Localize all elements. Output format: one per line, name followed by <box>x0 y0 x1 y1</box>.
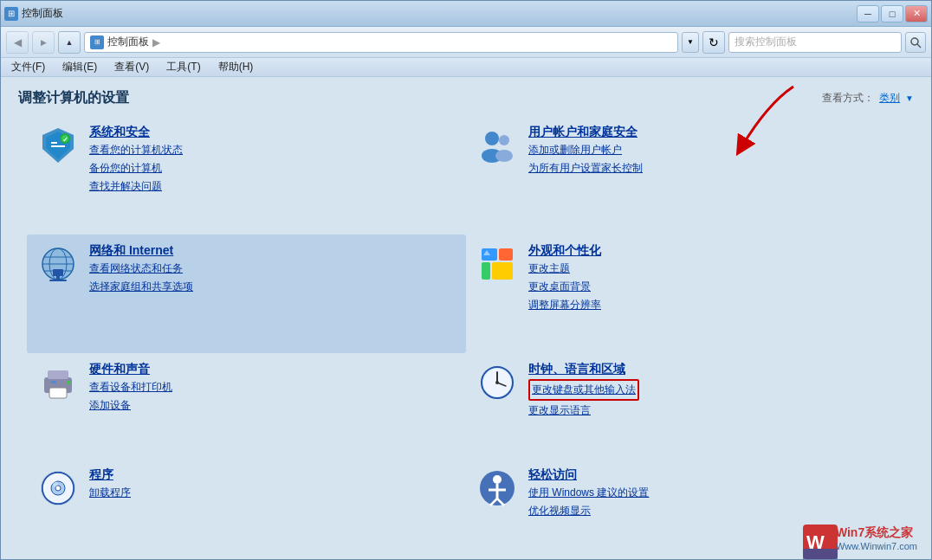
cp-item-system-security[interactable]: ✓ 系统和安全 查看您的计算机状态 备份您的计算机 查找并解决问题 <box>27 116 466 235</box>
window-icon: ⊞ <box>4 7 18 21</box>
svg-point-45 <box>493 475 502 484</box>
cp-item-network-internet[interactable]: 网络和 Internet 查看网络状态和任务 选择家庭组和共享选项 <box>27 235 466 353</box>
watermark-logo: W <box>803 525 831 552</box>
svg-point-36 <box>495 381 499 384</box>
watermark: W Win7系统之家 Www.Winwin7.com <box>803 525 917 552</box>
svg-line-1 <box>917 44 921 48</box>
cp-item-appearance[interactable]: 外观和个性化 更改主题 更改桌面背景 调整屏幕分辨率 <box>466 235 905 353</box>
view-options: 查看方式： 类别 ▼ <box>822 91 914 106</box>
watermark-text: Win7系统之家 Www.Winwin7.com <box>836 525 917 551</box>
close-button[interactable]: ✕ <box>905 5 928 23</box>
forward-button[interactable]: ▶ <box>32 31 55 54</box>
refresh-button[interactable]: ↻ <box>702 31 725 54</box>
address-box[interactable]: ⊞ 控制面板 ▶ <box>84 32 678 53</box>
address-separator: ▶ <box>152 36 160 48</box>
programs-title[interactable]: 程序 <box>89 467 131 483</box>
svg-rect-30 <box>51 381 56 383</box>
title-controls: ─ □ ✕ <box>857 5 928 23</box>
network-internet-title[interactable]: 网络和 Internet <box>89 243 193 259</box>
hardware-sound-text: 硬件和声音 查看设备和打印机 添加设备 <box>89 362 172 414</box>
system-security-link-2[interactable]: 备份您的计算机 <box>89 160 183 177</box>
title-bar: ⊞ 控制面板 ─ □ ✕ <box>1 1 931 27</box>
window-title: 控制面板 <box>22 6 63 21</box>
menu-edit[interactable]: 编辑(E) <box>59 58 100 76</box>
svg-rect-52 <box>803 549 838 559</box>
ease-access-title[interactable]: 轻松访问 <box>528 467 649 483</box>
hardware-icon <box>37 362 79 403</box>
clock-language-link-1[interactable]: 更改键盘或其他输入法 <box>528 379 639 401</box>
ease-access-link-2[interactable]: 优化视频显示 <box>528 503 649 519</box>
watermark-line2: Www.Winwin7.com <box>836 541 917 551</box>
main-content: 调整计算机的设置 查看方式： 类别 ▼ <box>1 77 931 559</box>
search-icon <box>909 36 922 48</box>
clock-icon <box>476 362 518 403</box>
menu-tools[interactable]: 工具(T) <box>163 58 204 76</box>
control-panel-grid: ✓ 系统和安全 查看您的计算机状态 备份您的计算机 查找并解决问题 <box>1 116 931 559</box>
network-internet-link-1[interactable]: 查看网络状态和任务 <box>89 261 193 277</box>
cp-item-clock-language[interactable]: 时钟、语言和区域 更改键盘或其他输入法 更改显示语言 <box>466 353 905 459</box>
system-security-link-1[interactable]: 查看您的计算机状态 <box>89 142 183 158</box>
svg-rect-5 <box>51 145 65 147</box>
shield-icon: ✓ <box>37 125 79 166</box>
globe-icon <box>37 243 79 285</box>
address-bar: ◀ ▶ ▲ ⊞ 控制面板 ▶ ▼ ↻ 搜索控制面板 <box>1 27 931 58</box>
title-bar-left: ⊞ 控制面板 <box>4 6 63 21</box>
appearance-link-2[interactable]: 更改桌面背景 <box>528 279 601 295</box>
address-dropdown[interactable]: ▼ <box>682 32 699 53</box>
svg-point-9 <box>485 132 499 145</box>
appearance-title[interactable]: 外观和个性化 <box>528 243 601 259</box>
up-button[interactable]: ▲ <box>58 31 81 54</box>
view-value-link[interactable]: 类别 <box>879 91 900 106</box>
users-icon <box>476 125 518 166</box>
appearance-link-1[interactable]: 更改主题 <box>528 261 601 277</box>
content-header: 调整计算机的设置 查看方式： 类别 ▼ <box>1 77 931 116</box>
cp-item-hardware-sound[interactable]: 硬件和声音 查看设备和打印机 添加设备 <box>27 353 466 459</box>
system-security-text: 系统和安全 查看您的计算机状态 备份您的计算机 查找并解决问题 <box>89 125 183 196</box>
user-accounts-text: 用户帐户和家庭安全 添加或删除用户帐户 为所有用户设置家长控制 <box>528 125 643 177</box>
system-security-title[interactable]: 系统和安全 <box>89 125 183 140</box>
ease-access-text: 轻松访问 使用 Windows 建议的设置 优化视频显示 <box>528 467 649 519</box>
clock-language-title[interactable]: 时钟、语言和区域 <box>528 362 639 377</box>
svg-text:✓: ✓ <box>62 136 68 144</box>
cp-item-user-accounts[interactable]: 用户帐户和家庭安全 添加或删除用户帐户 为所有用户设置家长控制 <box>466 116 905 235</box>
hardware-sound-title[interactable]: 硬件和声音 <box>89 362 172 377</box>
hardware-sound-link-2[interactable]: 添加设备 <box>89 397 172 414</box>
network-internet-link-2[interactable]: 选择家庭组和共享选项 <box>89 279 193 295</box>
ease-access-link-1[interactable]: 使用 Windows 建议的设置 <box>528 485 649 501</box>
ease-access-icon <box>476 467 518 509</box>
watermark-line1: Win7系统之家 <box>836 525 917 541</box>
search-box[interactable]: 搜索控制面板 <box>728 32 902 53</box>
view-dropdown-arrow[interactable]: ▼ <box>905 93 914 103</box>
search-placeholder: 搜索控制面板 <box>735 35 797 49</box>
svg-point-12 <box>495 150 513 162</box>
minimize-button[interactable]: ─ <box>857 5 879 23</box>
svg-rect-28 <box>48 370 68 379</box>
svg-rect-25 <box>492 262 513 280</box>
svg-rect-19 <box>53 269 63 276</box>
appearance-link-3[interactable]: 调整屏幕分辨率 <box>528 297 601 313</box>
svg-rect-24 <box>482 262 490 280</box>
appearance-icon <box>476 243 518 285</box>
back-button[interactable]: ◀ <box>6 31 29 54</box>
main-window: ⊞ 控制面板 ─ □ ✕ ◀ ▶ ▲ ⊞ 控制面板 ▶ ▼ ↻ 搜索控制面板 <box>0 0 932 560</box>
menu-view[interactable]: 查看(V) <box>111 58 152 76</box>
cp-item-programs[interactable]: P 程序 卸载程序 <box>27 459 466 559</box>
maximize-button[interactable]: □ <box>881 5 903 23</box>
programs-link-1[interactable]: 卸载程序 <box>89 485 131 501</box>
appearance-text: 外观和个性化 更改主题 更改桌面背景 调整屏幕分辨率 <box>528 243 601 314</box>
search-button[interactable] <box>905 32 926 53</box>
svg-rect-23 <box>499 248 513 261</box>
address-icon: ⊞ <box>90 35 104 49</box>
user-accounts-link-2[interactable]: 为所有用户设置家长控制 <box>528 160 643 177</box>
user-accounts-link-1[interactable]: 添加或删除用户帐户 <box>528 142 643 158</box>
address-text: 控制面板 <box>107 35 149 49</box>
system-security-link-3[interactable]: 查找并解决问题 <box>89 178 183 195</box>
menu-file[interactable]: 文件(F) <box>8 58 49 76</box>
user-accounts-title[interactable]: 用户帐户和家庭安全 <box>528 125 643 140</box>
clock-language-link-2[interactable]: 更改显示语言 <box>528 402 639 419</box>
hardware-sound-link-1[interactable]: 查看设备和打印机 <box>89 379 172 396</box>
menu-help[interactable]: 帮助(H) <box>215 58 257 76</box>
svg-point-0 <box>911 38 918 45</box>
window-wrapper: ⊞ 控制面板 ─ □ ✕ ◀ ▶ ▲ ⊞ 控制面板 ▶ ▼ ↻ 搜索控制面板 <box>0 0 932 560</box>
programs-icon: P <box>37 467 79 509</box>
